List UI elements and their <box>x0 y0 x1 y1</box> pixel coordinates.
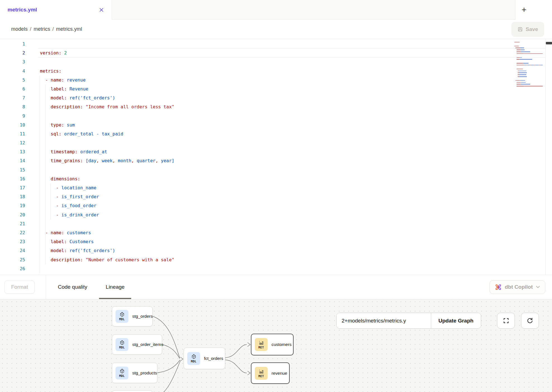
code-line-23[interactable]: 23 label: Customers <box>0 237 519 246</box>
code-text: model: ref('fct_orders') <box>25 246 115 255</box>
scrollbar-thumb[interactable] <box>546 42 552 44</box>
lineage-node-fct_orders[interactable]: MDLfct_orders <box>184 348 225 369</box>
code-line-26[interactable]: 26 <box>0 264 519 273</box>
tab-lineage[interactable]: Lineage <box>99 275 131 299</box>
code-text: dimensions: <box>25 175 80 183</box>
code-text: time_grains: [day, week, month, quarter,… <box>25 156 174 165</box>
code-text: - is_drink_order <box>25 211 99 219</box>
code-line-14[interactable]: 14 time_grains: [day, week, month, quart… <box>0 156 519 165</box>
minimap[interactable] <box>514 40 545 90</box>
line-number: 4 <box>0 67 25 76</box>
tab-strip-empty <box>112 0 515 20</box>
refresh-button[interactable] <box>521 313 539 329</box>
close-tab-icon[interactable] <box>98 6 105 13</box>
minimap-line <box>514 51 545 52</box>
lineage-node-revenue[interactable]: METrevenue <box>251 362 290 384</box>
code-text <box>25 166 40 175</box>
line-number: 8 <box>0 102 25 111</box>
tab-metrics-yml[interactable]: metrics.yml <box>0 0 112 20</box>
line-number: 17 <box>0 183 25 192</box>
code-line-24[interactable]: 24 model: ref('fct_orders') <box>0 246 519 255</box>
toolbar-divider <box>46 275 46 299</box>
code-line-15[interactable]: 15 <box>0 166 519 175</box>
tab-code-quality[interactable]: Code quality <box>51 275 94 299</box>
line-number: 20 <box>0 211 25 219</box>
lineage-node-partial_node[interactable] <box>112 390 153 392</box>
edge-arrowhead <box>180 357 183 361</box>
code-line-12[interactable]: 12 <box>0 138 519 147</box>
code-text: type: sum <box>25 121 75 130</box>
breadcrumb-metrics[interactable]: metrics <box>33 26 50 32</box>
lineage-node-stg_products[interactable]: MDLstg_products <box>112 363 157 383</box>
node-label: stg_order_items <box>132 342 163 347</box>
save-button[interactable]: Save <box>512 22 544 37</box>
line-number: 14 <box>0 156 25 165</box>
code-line-13[interactable]: 13 timestamp: ordered_at <box>0 147 519 156</box>
code-line-8[interactable]: 8 description: "Income from all orders l… <box>0 102 519 111</box>
panel-toolbar: Format Code quality Lineage dbt Copilot <box>0 275 552 299</box>
fullscreen-button[interactable] <box>497 313 515 329</box>
update-graph-button[interactable]: Update Graph <box>431 313 481 328</box>
minimap-line <box>514 40 545 41</box>
code-line-17[interactable]: 17 - location_name <box>0 183 519 192</box>
code-text: - is_first_order <box>25 192 99 201</box>
code-line-5[interactable]: 5 - name: revenue <box>0 76 519 85</box>
code-text: version: 2 <box>25 49 67 58</box>
lineage-node-stg_order_items[interactable]: MDLstg_order_items <box>112 334 162 355</box>
code-line-2[interactable]: 2version: 2 <box>0 49 519 58</box>
minimap-line <box>514 82 545 83</box>
minimap-line <box>514 80 545 81</box>
model-cube-icon: MDL <box>187 352 200 365</box>
minimap-line <box>514 55 545 56</box>
code-line-16[interactable]: 16 dimensions: <box>0 175 519 183</box>
minimap-line <box>514 76 545 77</box>
line-number: 2 <box>0 49 25 58</box>
lineage-selector-input[interactable] <box>337 313 431 328</box>
model-cube-icon: MDL <box>116 338 128 351</box>
dbt-copilot-icon <box>495 284 502 291</box>
code-line-9[interactable]: 9 <box>0 112 519 121</box>
lineage-canvas[interactable]: MDLstg_ordersMDLstg_order_itemsMDLstg_pr… <box>0 299 552 392</box>
code-text: label: Customers <box>25 237 94 246</box>
edge-stg_order_items-to-fct_orders <box>162 345 180 358</box>
code-line-1[interactable]: 1 <box>0 40 519 49</box>
breadcrumb: models/metrics/metrics.yml <box>11 26 82 32</box>
save-floppy-icon <box>517 27 523 32</box>
line-number: 26 <box>0 264 25 273</box>
code-line-7[interactable]: 7 model: ref('fct_orders') <box>0 94 519 102</box>
lineage-node-stg_orders[interactable]: MDLstg_orders <box>112 306 153 326</box>
minimap-line <box>514 59 545 60</box>
code-line-18[interactable]: 18 - is_first_order <box>0 192 519 201</box>
minimap-line <box>514 84 545 85</box>
code-lines[interactable]: 12version: 234metrics:5 - name: revenue6… <box>0 40 519 273</box>
code-line-25[interactable]: 25 description: "Number of customers wit… <box>0 255 519 264</box>
minimap-line <box>514 63 545 64</box>
code-line-10[interactable]: 10 type: sum <box>0 121 519 130</box>
line-number: 18 <box>0 192 25 201</box>
line-number: 1 <box>0 40 25 49</box>
code-line-4[interactable]: 4metrics: <box>0 67 519 76</box>
code-line-19[interactable]: 19 - is_food_order <box>0 201 519 210</box>
code-line-3[interactable]: 3 <box>0 58 519 66</box>
code-text <box>25 40 40 49</box>
breadcrumb-models[interactable]: models <box>11 26 28 32</box>
line-number: 24 <box>0 246 25 255</box>
code-line-20[interactable]: 20 - is_drink_order <box>0 211 519 219</box>
code-editor[interactable]: 12version: 234metrics:5 - name: revenue6… <box>0 39 552 275</box>
line-number: 13 <box>0 147 25 156</box>
minimap-line <box>514 53 545 54</box>
new-tab-button[interactable]: + <box>522 6 527 14</box>
refresh-icon <box>527 317 533 324</box>
lineage-node-customers[interactable]: METcustomers <box>251 334 294 355</box>
format-button[interactable]: Format <box>4 281 35 294</box>
code-line-11[interactable]: 11 sql: order_total - tax_paid <box>0 130 519 138</box>
minimap-line <box>514 46 545 47</box>
code-text: sql: order_total - tax_paid <box>25 130 123 138</box>
editor-tab-bar: metrics.yml + <box>0 0 552 20</box>
code-line-22[interactable]: 22 - name: customers <box>0 228 519 237</box>
code-text <box>25 219 40 228</box>
dbt-copilot-button[interactable]: dbt Copilot <box>489 280 545 294</box>
code-line-6[interactable]: 6 label: Revenue <box>0 85 519 94</box>
minimap-line <box>514 44 545 45</box>
code-line-21[interactable]: 21 <box>0 219 519 228</box>
